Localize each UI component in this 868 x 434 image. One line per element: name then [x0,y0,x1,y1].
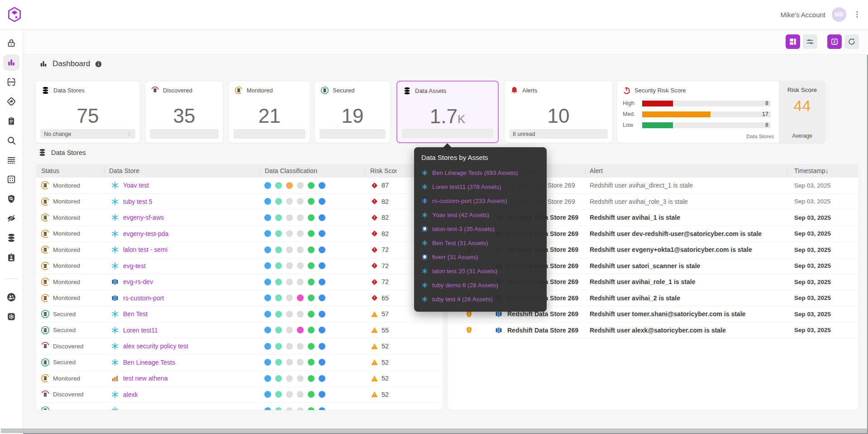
sidebar-item-apps[interactable] [0,169,23,189]
alert-text: Redshift user avihai_direct_1 is stale [585,178,787,193]
datastore-row[interactable]: Monitoredlalon test - semi72 [36,242,443,258]
datastore-link[interactable]: Loren test11 [123,327,158,334]
popover-datastore-item[interactable]: fiverr (31 Assets) [421,250,540,264]
popover-datastore-item[interactable]: Yoav test (42 Assets) [421,208,540,222]
datastore-link[interactable]: evg-test [123,262,146,270]
sidebar-item-database[interactable] [0,228,23,247]
datastore-row[interactable]: Monitoredevg-rs-dev72 [36,274,443,290]
datastore-link[interactable]: test new athena [123,375,168,382]
popover-title: Data Stores by Assets [421,154,540,161]
stat-card-data-stores[interactable]: Data Stores75No change [35,81,140,143]
account-name: Mike's Account [780,11,825,19]
datastore-row[interactable] [36,403,443,410]
risk-card-title: Security Risk Score [634,87,686,94]
popover-datastore-item[interactable]: lalon-test-3 (35 Assets) [421,222,540,236]
classification-dot-blue2 [319,198,325,205]
datastore-link[interactable]: Ben Lineage Tests [123,359,175,366]
sidebar-item-search[interactable] [0,130,23,150]
sidebar-item-lock[interactable] [0,33,23,53]
sidebar-item-settings[interactable] [0,307,23,326]
risk-high-icon [371,246,378,254]
risk-high-icon [371,262,378,270]
datastore-link[interactable]: rs-custom-port [123,294,164,302]
datastore-link[interactable]: alex security policy test [123,342,188,350]
horizontal-scrollbar[interactable] [1,429,867,433]
stat-card-discovered[interactable]: Discovered35 [145,81,224,143]
stat-card-alerts[interactable]: Alerts108 unread [504,81,613,143]
app-window: Mike's Account MB 2 Dashboard Data Store… [0,0,868,434]
filters-button[interactable] [803,34,817,49]
datastore-link[interactable]: Yoav test [123,182,149,189]
datastore-link[interactable]: lalon test - semi [123,246,167,253]
sidebar-item-badge[interactable] [0,247,23,267]
classification-dot-blue [264,311,271,318]
datastore-row[interactable]: SecuredBen Lineage Tests52 [36,355,443,371]
datastore-link[interactable]: tuby test 5 [123,198,153,205]
popover-datastore-item[interactable]: Loren test11 (378 Assets) [421,180,540,194]
classification-dots [260,210,365,226]
layout-button[interactable] [786,34,800,49]
snowflake-icon [111,181,119,189]
sidebar-item-face-scan[interactable] [0,72,23,92]
stat-card-data-assets[interactable]: Data Assets1.7K [396,81,499,143]
stat-card-security-risk-score[interactable]: Security Risk Score High8Med.17Low8 Data… [616,81,825,143]
refresh-button[interactable] [844,34,859,49]
datastore-row[interactable]: Discoveredalex security policy test52 [36,338,443,355]
popover-datastore-item[interactable]: Ben Test (31 Assets) [421,236,540,250]
snowflake-icon [421,268,428,275]
sidebar-item-shield-search[interactable] [0,189,23,208]
sidebar-item-clipboard[interactable] [0,111,23,130]
classification-dot-gray [286,214,293,221]
sidebar-item-eye-off[interactable] [0,208,23,228]
risk-bar-row: Med.17 [623,111,771,117]
datastore-link[interactable]: Ben Test [123,310,148,318]
sidebar-item-list[interactable] [0,150,23,169]
db-monitored-icon [234,86,243,95]
classification-dot-blue [264,375,271,382]
classification-dots [260,242,365,258]
datastore-link[interactable]: evgeny-test-pda [123,230,168,237]
datastore-link[interactable]: evgeny-sf-aws [123,214,164,221]
sidebar-item-dashboard[interactable] [0,53,23,72]
datastore-row[interactable]: Monitoredevg-test72 [36,258,443,275]
popover-datastore-item[interactable]: tuby demo 6 (28 Assets) [421,278,540,292]
classification-dot-blue [264,407,271,410]
datastore-row[interactable]: SecuredLoren test1155 [36,323,443,339]
svg-text:2: 2 [834,39,836,44]
stat-card-secured[interactable]: Secured19 [315,81,391,143]
datastore-row[interactable]: Monitoredevgeny-sf-aws82 [36,210,443,226]
classification-dot-gray [297,391,304,398]
classification-dot-mint [275,262,282,269]
datastore-row[interactable]: SecuredBen Test57 [36,306,443,323]
column-header-timestamp[interactable]: Timestamp ↓ [787,164,858,178]
datastore-row[interactable]: Discoveredalexk52 [36,387,443,403]
popover-datastore-item[interactable]: tuby test 4 (26 Assets) [421,292,540,306]
card-value: 19 [315,105,390,127]
alert-row[interactable]: Redshift Data Store 269Redshift user ale… [448,323,858,339]
classification-dot-gray [286,246,293,253]
kebab-menu-icon[interactable] [853,10,862,19]
datastore-row[interactable]: MonitoredYoav test87 [36,178,443,194]
column-header-status[interactable]: Status [36,164,104,178]
datastore-row[interactable]: Monitoredtest new athena52 [36,371,443,387]
sidebar-item-people[interactable] [0,287,23,307]
classification-dot-blue [264,391,271,398]
column-header-data-classification[interactable]: Data Classification [260,164,365,178]
popover-datastore-item[interactable]: Ben Lineage Tests (693 Assets) [421,166,540,180]
stat-card-monitored[interactable]: Monitored21 [229,81,310,143]
popover-datastore-item[interactable]: lalon test 20 (31 Assets) [421,264,540,278]
datastore-row[interactable]: Monitoredevgeny-test-pda82 [36,226,443,242]
sidebar-item-directions[interactable] [0,92,23,111]
datastore-link[interactable]: evg-rs-dev [123,278,153,285]
shortcut-button[interactable]: 2 [827,34,842,49]
card-footer-pill [402,129,493,138]
datastore-row[interactable]: Monitoredrs-custom-port65 [36,290,443,307]
column-header-data-store[interactable]: Data Store [104,164,260,178]
popover-datastore-item[interactable]: rs-custom-port (233 Assets) [421,194,540,208]
avatar[interactable]: MB [832,7,846,22]
info-icon[interactable] [95,60,102,68]
column-header-alert[interactable]: Alert [585,164,787,178]
datastore-row[interactable]: Monitoredtuby test 582 [36,194,443,210]
datastore-link[interactable]: alexk [123,391,138,398]
classification-dots [260,226,365,242]
